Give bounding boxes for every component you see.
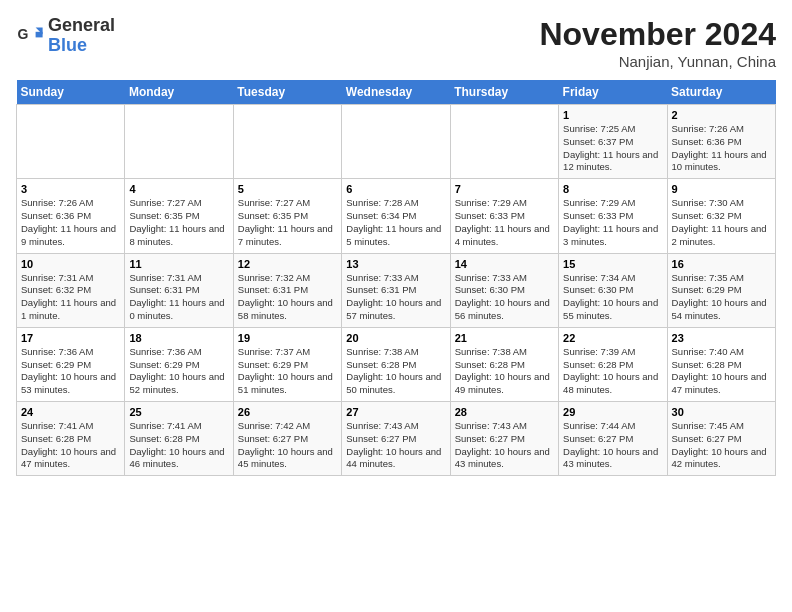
day-info: Sunrise: 7:45 AM Sunset: 6:27 PM Dayligh… (672, 420, 771, 471)
day-cell: 5Sunrise: 7:27 AM Sunset: 6:35 PM Daylig… (233, 179, 341, 253)
day-cell: 24Sunrise: 7:41 AM Sunset: 6:28 PM Dayli… (17, 402, 125, 476)
day-number: 1 (563, 109, 662, 121)
day-info: Sunrise: 7:33 AM Sunset: 6:31 PM Dayligh… (346, 272, 445, 323)
day-cell: 14Sunrise: 7:33 AM Sunset: 6:30 PM Dayli… (450, 253, 558, 327)
day-info: Sunrise: 7:36 AM Sunset: 6:29 PM Dayligh… (129, 346, 228, 397)
day-info: Sunrise: 7:29 AM Sunset: 6:33 PM Dayligh… (455, 197, 554, 248)
header-tuesday: Tuesday (233, 80, 341, 105)
day-number: 17 (21, 332, 120, 344)
day-cell: 1Sunrise: 7:25 AM Sunset: 6:37 PM Daylig… (559, 105, 667, 179)
day-info: Sunrise: 7:26 AM Sunset: 6:36 PM Dayligh… (21, 197, 120, 248)
week-row-1: 1Sunrise: 7:25 AM Sunset: 6:37 PM Daylig… (17, 105, 776, 179)
calendar-table: SundayMondayTuesdayWednesdayThursdayFrid… (16, 80, 776, 476)
day-info: Sunrise: 7:27 AM Sunset: 6:35 PM Dayligh… (129, 197, 228, 248)
header-friday: Friday (559, 80, 667, 105)
day-number: 13 (346, 258, 445, 270)
day-number: 15 (563, 258, 662, 270)
day-number: 6 (346, 183, 445, 195)
day-info: Sunrise: 7:42 AM Sunset: 6:27 PM Dayligh… (238, 420, 337, 471)
day-cell: 13Sunrise: 7:33 AM Sunset: 6:31 PM Dayli… (342, 253, 450, 327)
day-info: Sunrise: 7:37 AM Sunset: 6:29 PM Dayligh… (238, 346, 337, 397)
day-number: 22 (563, 332, 662, 344)
day-cell: 19Sunrise: 7:37 AM Sunset: 6:29 PM Dayli… (233, 327, 341, 401)
day-cell: 18Sunrise: 7:36 AM Sunset: 6:29 PM Dayli… (125, 327, 233, 401)
day-info: Sunrise: 7:41 AM Sunset: 6:28 PM Dayligh… (21, 420, 120, 471)
day-number: 9 (672, 183, 771, 195)
day-info: Sunrise: 7:44 AM Sunset: 6:27 PM Dayligh… (563, 420, 662, 471)
logo-blue-text: Blue (48, 35, 87, 55)
day-cell (342, 105, 450, 179)
day-cell: 26Sunrise: 7:42 AM Sunset: 6:27 PM Dayli… (233, 402, 341, 476)
day-cell (233, 105, 341, 179)
day-info: Sunrise: 7:35 AM Sunset: 6:29 PM Dayligh… (672, 272, 771, 323)
logo-icon: G (16, 22, 44, 50)
day-cell: 8Sunrise: 7:29 AM Sunset: 6:33 PM Daylig… (559, 179, 667, 253)
day-cell: 3Sunrise: 7:26 AM Sunset: 6:36 PM Daylig… (17, 179, 125, 253)
logo: G General Blue (16, 16, 115, 56)
day-number: 23 (672, 332, 771, 344)
day-number: 24 (21, 406, 120, 418)
day-cell: 28Sunrise: 7:43 AM Sunset: 6:27 PM Dayli… (450, 402, 558, 476)
day-info: Sunrise: 7:32 AM Sunset: 6:31 PM Dayligh… (238, 272, 337, 323)
calendar-header-row: SundayMondayTuesdayWednesdayThursdayFrid… (17, 80, 776, 105)
day-cell: 11Sunrise: 7:31 AM Sunset: 6:31 PM Dayli… (125, 253, 233, 327)
day-cell: 21Sunrise: 7:38 AM Sunset: 6:28 PM Dayli… (450, 327, 558, 401)
day-cell: 29Sunrise: 7:44 AM Sunset: 6:27 PM Dayli… (559, 402, 667, 476)
logo-general-text: General (48, 15, 115, 35)
day-number: 21 (455, 332, 554, 344)
week-row-2: 3Sunrise: 7:26 AM Sunset: 6:36 PM Daylig… (17, 179, 776, 253)
day-number: 5 (238, 183, 337, 195)
day-info: Sunrise: 7:38 AM Sunset: 6:28 PM Dayligh… (455, 346, 554, 397)
day-cell: 7Sunrise: 7:29 AM Sunset: 6:33 PM Daylig… (450, 179, 558, 253)
day-cell: 25Sunrise: 7:41 AM Sunset: 6:28 PM Dayli… (125, 402, 233, 476)
day-info: Sunrise: 7:28 AM Sunset: 6:34 PM Dayligh… (346, 197, 445, 248)
day-cell (125, 105, 233, 179)
day-cell (450, 105, 558, 179)
day-cell: 6Sunrise: 7:28 AM Sunset: 6:34 PM Daylig… (342, 179, 450, 253)
svg-text:G: G (17, 26, 28, 42)
day-info: Sunrise: 7:25 AM Sunset: 6:37 PM Dayligh… (563, 123, 662, 174)
day-number: 18 (129, 332, 228, 344)
day-cell: 20Sunrise: 7:38 AM Sunset: 6:28 PM Dayli… (342, 327, 450, 401)
day-info: Sunrise: 7:33 AM Sunset: 6:30 PM Dayligh… (455, 272, 554, 323)
header-saturday: Saturday (667, 80, 775, 105)
day-number: 3 (21, 183, 120, 195)
day-info: Sunrise: 7:40 AM Sunset: 6:28 PM Dayligh… (672, 346, 771, 397)
day-cell: 15Sunrise: 7:34 AM Sunset: 6:30 PM Dayli… (559, 253, 667, 327)
day-cell: 10Sunrise: 7:31 AM Sunset: 6:32 PM Dayli… (17, 253, 125, 327)
day-number: 26 (238, 406, 337, 418)
day-cell: 16Sunrise: 7:35 AM Sunset: 6:29 PM Dayli… (667, 253, 775, 327)
day-info: Sunrise: 7:39 AM Sunset: 6:28 PM Dayligh… (563, 346, 662, 397)
header-wednesday: Wednesday (342, 80, 450, 105)
day-info: Sunrise: 7:31 AM Sunset: 6:32 PM Dayligh… (21, 272, 120, 323)
week-row-3: 10Sunrise: 7:31 AM Sunset: 6:32 PM Dayli… (17, 253, 776, 327)
day-info: Sunrise: 7:30 AM Sunset: 6:32 PM Dayligh… (672, 197, 771, 248)
day-info: Sunrise: 7:43 AM Sunset: 6:27 PM Dayligh… (455, 420, 554, 471)
day-cell: 12Sunrise: 7:32 AM Sunset: 6:31 PM Dayli… (233, 253, 341, 327)
page-header: G General Blue November 2024 Nanjian, Yu… (16, 16, 776, 70)
day-number: 10 (21, 258, 120, 270)
day-number: 20 (346, 332, 445, 344)
header-sunday: Sunday (17, 80, 125, 105)
day-cell: 4Sunrise: 7:27 AM Sunset: 6:35 PM Daylig… (125, 179, 233, 253)
week-row-4: 17Sunrise: 7:36 AM Sunset: 6:29 PM Dayli… (17, 327, 776, 401)
day-number: 27 (346, 406, 445, 418)
day-number: 25 (129, 406, 228, 418)
svg-marker-3 (36, 32, 43, 38)
day-info: Sunrise: 7:26 AM Sunset: 6:36 PM Dayligh… (672, 123, 771, 174)
day-info: Sunrise: 7:41 AM Sunset: 6:28 PM Dayligh… (129, 420, 228, 471)
day-number: 30 (672, 406, 771, 418)
day-info: Sunrise: 7:27 AM Sunset: 6:35 PM Dayligh… (238, 197, 337, 248)
month-title: November 2024 (539, 16, 776, 53)
day-number: 29 (563, 406, 662, 418)
day-number: 19 (238, 332, 337, 344)
header-thursday: Thursday (450, 80, 558, 105)
day-cell: 22Sunrise: 7:39 AM Sunset: 6:28 PM Dayli… (559, 327, 667, 401)
location: Nanjian, Yunnan, China (539, 53, 776, 70)
day-info: Sunrise: 7:29 AM Sunset: 6:33 PM Dayligh… (563, 197, 662, 248)
title-block: November 2024 Nanjian, Yunnan, China (539, 16, 776, 70)
day-cell: 17Sunrise: 7:36 AM Sunset: 6:29 PM Dayli… (17, 327, 125, 401)
day-cell: 2Sunrise: 7:26 AM Sunset: 6:36 PM Daylig… (667, 105, 775, 179)
day-info: Sunrise: 7:36 AM Sunset: 6:29 PM Dayligh… (21, 346, 120, 397)
day-number: 2 (672, 109, 771, 121)
